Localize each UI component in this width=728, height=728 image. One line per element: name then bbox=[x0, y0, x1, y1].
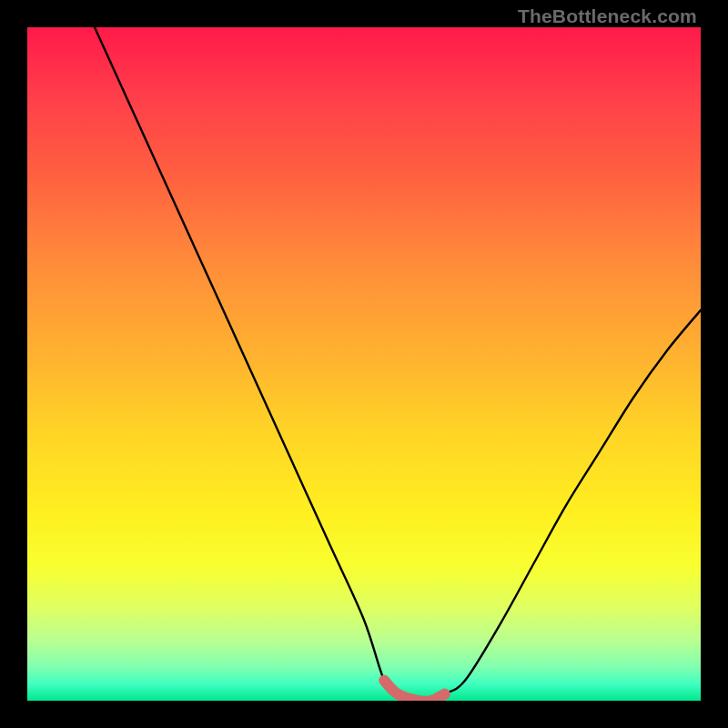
chart-frame: TheBottleneck.com bbox=[0, 0, 728, 728]
watermark-text: TheBottleneck.com bbox=[518, 5, 697, 27]
optimal-range-marker bbox=[384, 681, 445, 701]
curve-layer bbox=[27, 27, 701, 701]
bottleneck-curve bbox=[95, 27, 701, 701]
plot-area bbox=[27, 27, 701, 701]
